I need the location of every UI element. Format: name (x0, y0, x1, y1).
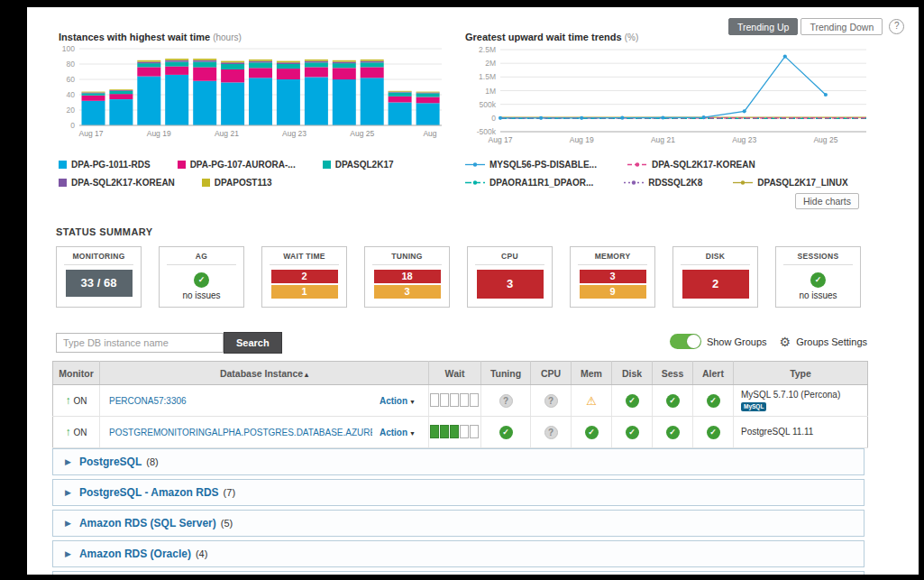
legend-item-dpapost113[interactable]: DPAPOST113 (202, 178, 272, 188)
line-chart-legend: MYSQL56-PS-DISABLE...DPA-SQL2K17-KOREAND… (465, 160, 868, 188)
group-row-postgresql-amazon-rds[interactable]: ▶PostgreSQL - Amazon RDS(7) (52, 479, 865, 506)
instance-link[interactable]: PERCONA57:3306 (109, 396, 187, 406)
legend-item-dpa-sql2k17-korean[interactable]: DPA-SQL2K17-KOREAN (59, 178, 175, 188)
svg-text:Aug 19: Aug 19 (570, 135, 594, 144)
svg-text:Aug 21: Aug 21 (651, 135, 675, 144)
show-groups-toggle[interactable] (670, 334, 701, 349)
legend-label: DPASQL2K17 (335, 160, 394, 170)
legend-item-dpa-pg-107-aurora[interactable]: DPA-PG-107-AURORA-... (178, 160, 296, 170)
help-icon[interactable]: ? (889, 19, 904, 34)
critical-count[interactable]: 2 (271, 270, 338, 283)
column-header-sess[interactable]: Sess (653, 362, 693, 385)
wait-level-indicator (430, 430, 480, 440)
legend-label: MYSQL56-PS-DISABLE... (489, 160, 597, 170)
db-type-label: MySQL 5.7.10 (Percona) (741, 390, 866, 401)
status-summary-heading: STATUS SUMMARY (56, 226, 152, 237)
group-row-postgresql[interactable]: ▶PostgreSQL(8) (52, 448, 865, 475)
legend-item-dpa-pg-1011-rds[interactable]: DPA-PG-1011-RDS (59, 160, 151, 170)
critical-count[interactable]: 3 (580, 270, 646, 283)
status-ok-icon: ✓ (626, 394, 639, 408)
divider (270, 264, 339, 265)
status-card-monitoring[interactable]: MONITORING33 / 68 (56, 246, 142, 308)
status-card-disk[interactable]: DISK2 (672, 246, 758, 308)
svg-text:Aug 17: Aug 17 (489, 135, 513, 144)
groups-settings-label[interactable]: Groups Settings (796, 336, 867, 347)
trending-down-button[interactable]: Trending Down (800, 18, 883, 35)
column-header-disk[interactable]: Disk (612, 362, 653, 385)
group-count: (8) (146, 456, 158, 467)
ok-icon: ✓ (194, 272, 209, 288)
legend-swatch-icon (59, 179, 67, 187)
expand-caret-icon: ▶ (65, 519, 71, 528)
svg-text:Aug: Aug (423, 129, 436, 138)
status-card-wait-time[interactable]: WAIT TIME21 (261, 246, 347, 308)
group-row-partial[interactable] (52, 571, 865, 575)
column-header-tuning[interactable]: Tuning (481, 362, 531, 385)
legend-label: DPA-SQL2K17-KOREAN (652, 160, 755, 170)
warning-count[interactable]: 9 (580, 285, 646, 299)
group-row-amazon-rds-sql-server[interactable]: ▶Amazon RDS (SQL Server)(5) (52, 510, 865, 537)
column-header-wait[interactable]: Wait (429, 362, 481, 385)
gear-icon[interactable]: ⚙ (780, 336, 791, 348)
column-header-mem[interactable]: Mem (572, 362, 612, 385)
divider (681, 264, 750, 265)
status-card-sessions[interactable]: SESSIONS✓no issues (775, 246, 861, 308)
critical-count[interactable]: 2 (682, 270, 749, 299)
legend-item-dpa-sql2k17-korean[interactable]: DPA-SQL2K17-KOREAN (627, 160, 755, 170)
instance-search-input[interactable] (56, 333, 224, 353)
group-count: (7) (224, 487, 235, 498)
action-dropdown[interactable]: Action▼ (380, 428, 416, 437)
status-card-memory[interactable]: MEMORY39 (570, 246, 655, 308)
dpa-dashboard: Trending Up Trending Down ? Instances wi… (27, 7, 919, 575)
legend-item-mysql56-ps-disable[interactable]: MYSQL56-PS-DISABLE... (465, 160, 597, 170)
status-cards: MONITORING33 / 68AG✓no issuesWAIT TIME21… (56, 246, 861, 308)
svg-text:Aug 25: Aug 25 (350, 129, 374, 138)
legend-label: DPAPOST113 (215, 178, 272, 188)
legend-item-rdssql2k8[interactable]: RDSSQL2K8 (624, 178, 702, 188)
status-card-ag[interactable]: AG✓no issues (159, 246, 244, 308)
status-ok-icon: ✓ (585, 426, 599, 439)
monitor-state: ON (74, 428, 87, 437)
status-card-tuning[interactable]: TUNING183 (364, 246, 450, 308)
hide-charts-button[interactable]: Hide charts (795, 193, 859, 209)
legend-item-dpasql2k17-linux[interactable]: DPASQL2K17_LINUX (733, 178, 847, 188)
legend-item-dpasql2k17[interactable]: DPASQL2K17 (323, 160, 394, 170)
status-card-cpu[interactable]: CPU3 (467, 246, 553, 308)
warning-count[interactable]: 3 (374, 285, 441, 299)
column-header-alert[interactable]: Alert (693, 362, 734, 385)
column-header-type[interactable]: Type (734, 362, 868, 385)
group-name: PostgreSQL - Amazon RDS (79, 486, 219, 499)
legend-item-dpaora11r1-dpaor[interactable]: DPAORA11R1_DPAOR... (465, 178, 593, 188)
svg-text:Aug 17: Aug 17 (79, 129, 104, 138)
status-ok-icon: ✓ (707, 394, 720, 408)
legend-line-icon (465, 161, 485, 169)
trending-up-button[interactable]: Trending Up (728, 18, 798, 35)
instance-link[interactable]: POSTGREMONITORINGALPHA.POSTGRES.DATABASE… (109, 428, 372, 437)
divider (578, 264, 647, 265)
svg-text:40: 40 (67, 90, 76, 99)
action-dropdown[interactable]: Action▼ (380, 396, 416, 406)
group-count: (4) (196, 548, 207, 559)
group-row-amazon-rds-oracle[interactable]: ▶Amazon RDS (Oracle)(4) (52, 540, 865, 567)
legend-swatch-icon (178, 161, 186, 169)
search-button[interactable]: Search (224, 332, 282, 354)
svg-text:Aug 21: Aug 21 (215, 129, 239, 138)
svg-text:2.5M: 2.5M (479, 45, 496, 54)
monitor-on-icon: ↑ (66, 426, 71, 438)
svg-text:Aug 19: Aug 19 (147, 129, 171, 138)
svg-text:0: 0 (491, 114, 496, 123)
critical-count[interactable]: 18 (374, 270, 441, 283)
warning-count[interactable]: 1 (271, 285, 338, 299)
column-header-cpu[interactable]: CPU (531, 362, 572, 385)
caret-down-icon: ▼ (409, 399, 416, 405)
toggle-knob-icon (687, 335, 700, 348)
card-title: SESSIONS (776, 252, 860, 261)
critical-count[interactable]: 3 (477, 270, 544, 299)
group-name: Amazon RDS (SQL Server) (79, 517, 216, 529)
legend-line-icon (465, 179, 485, 187)
trend-line-chart: -500k0500k1M1.5M2M2.5MAug 17Aug 19Aug 21… (468, 40, 871, 151)
column-header-database-instance[interactable]: Database Instance▴ (100, 362, 429, 385)
svg-text:0: 0 (70, 121, 75, 130)
column-header-monitor[interactable]: Monitor (53, 362, 100, 385)
card-title: DISK (673, 252, 757, 261)
